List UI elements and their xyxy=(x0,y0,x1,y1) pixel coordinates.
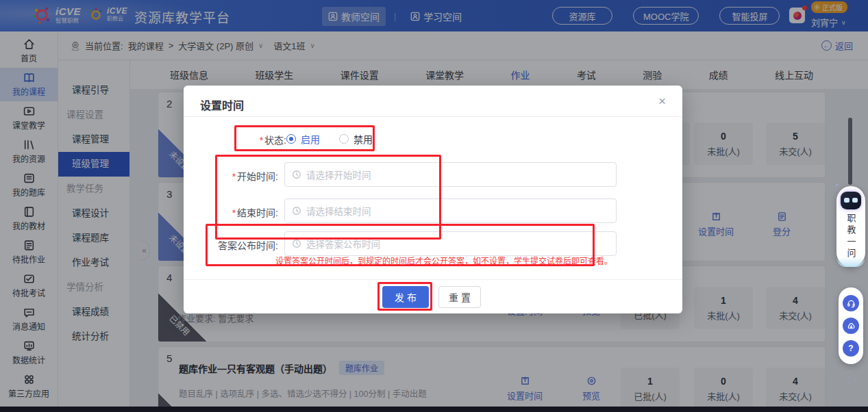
radio-dot xyxy=(286,134,296,144)
close-icon[interactable]: × xyxy=(658,94,666,107)
required-marker: * xyxy=(232,171,236,182)
answer-publish-hint: 设置答案公开时间后，到规定的时间后才会公开答案，如不设置，学生提交试卷后即可查看… xyxy=(275,255,612,266)
dialog-title: 设置时间 xyxy=(200,96,244,113)
start-time-label: *开始时间: xyxy=(203,169,278,183)
end-time-placeholder: 请选择结束时间 xyxy=(306,204,371,218)
answer-publish-time-placeholder: 选择答案公布时间 xyxy=(306,237,380,250)
cloud-download-icon xyxy=(847,322,856,331)
reset-button[interactable]: 重置 xyxy=(438,286,481,308)
end-time-input[interactable]: 请选择结束时间 xyxy=(284,198,617,223)
floating-toolbar: ? xyxy=(839,287,863,364)
customer-service-button[interactable] xyxy=(843,295,859,311)
radio-enable[interactable]: 启用 xyxy=(286,132,320,146)
bottom-bar xyxy=(0,407,868,412)
ai-assistant-button[interactable]: ✦ 职教一问 xyxy=(836,186,865,267)
publish-button[interactable]: 发布 xyxy=(382,286,429,308)
end-time-label: *结束时间: xyxy=(203,205,278,219)
clock-icon xyxy=(292,170,301,179)
status-radio-group: 启用 禁用 xyxy=(286,132,373,146)
dialog-header-divider xyxy=(184,116,682,117)
dialog-footer-divider xyxy=(184,279,682,280)
required-marker: * xyxy=(232,207,236,218)
sparkle-icon: ✦ xyxy=(834,181,840,190)
clock-icon xyxy=(292,239,301,248)
robot-icon xyxy=(841,192,861,209)
assistant-label: 职教一问 xyxy=(845,214,858,260)
radio-dot xyxy=(339,134,349,144)
answer-publish-time-label: 答案公布时间: xyxy=(203,238,278,252)
download-button[interactable] xyxy=(843,318,859,334)
answer-publish-time-input[interactable]: 选择答案公布时间 xyxy=(284,231,617,256)
start-time-input[interactable]: 请选择开始时间 xyxy=(284,162,617,187)
required-marker: * xyxy=(260,135,263,146)
close-toolbar-icon[interactable]: × xyxy=(843,371,855,383)
help-button[interactable]: ? xyxy=(843,340,859,357)
headset-icon xyxy=(847,299,856,308)
status-label: *状态: xyxy=(211,133,286,146)
clock-icon xyxy=(292,206,301,216)
set-time-dialog: 设置时间 × *状态: 启用 禁用 *开始时间: 请选择开始时间 *结束时间: xyxy=(184,86,682,313)
start-time-placeholder: 请选择开始时间 xyxy=(306,168,371,181)
app-root: iCVE 智慧职教 iCVE 职教云 资源库教学平台 教师空间 xyxy=(0,0,868,412)
radio-disable[interactable]: 禁用 xyxy=(339,132,373,146)
